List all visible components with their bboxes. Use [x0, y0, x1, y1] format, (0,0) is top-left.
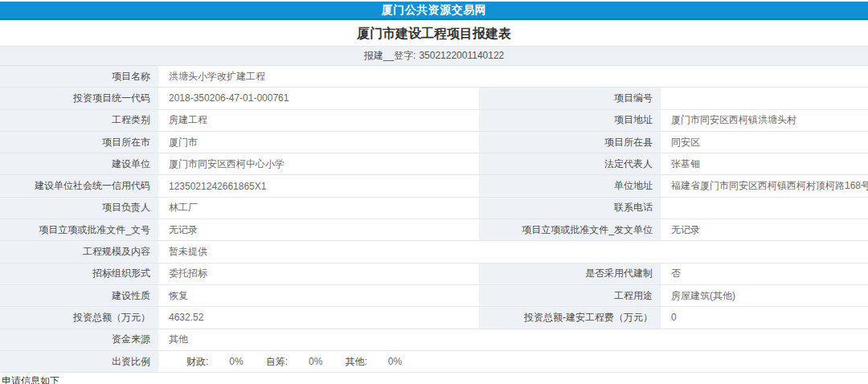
- field-value: 厦门市: [159, 132, 479, 153]
- funding-ratio-self-label: 自筹:: [266, 355, 288, 369]
- table-row-investment-code: 投资项目统一代码 2018-350206-47-01-000761 项目编号: [0, 88, 868, 109]
- funding-ratio-fiscal-value: 0%: [229, 356, 243, 367]
- field-label: 法定代表人: [479, 153, 661, 174]
- field-value: 厦门市同安区西柯中心小学: [159, 153, 479, 174]
- field-value: 张基钿: [661, 153, 868, 174]
- field-label: 工程类别: [0, 110, 159, 131]
- field-label: 工程规模及内容: [0, 241, 159, 262]
- table-row-approval-doc: 项目立项或批准文件_文号 无记录 项目立项或批准文件_发文单位 无记录: [0, 219, 868, 241]
- table-row-project-leader: 项目负责人 林工厂 联系电话: [0, 198, 868, 219]
- site-header-bar: 厦门公共资源交易网: [0, 2, 868, 20]
- table-row-project-city: 项目所在市 厦门市 项目所在县 同安区: [0, 132, 868, 153]
- field-value: [661, 198, 868, 219]
- field-value: 委托招标: [159, 263, 479, 284]
- field-label: 投资总额（万元）: [0, 307, 159, 328]
- field-value: 同安区: [661, 132, 868, 153]
- table-row-credit-code: 建设单位社会统一信用代码 1235021242661865X1 单位地址 福建省…: [0, 175, 868, 197]
- field-label: 招标组织形式: [0, 263, 159, 284]
- field-value: 房屋建筑(其他): [661, 285, 868, 306]
- field-value: 无记录: [661, 219, 868, 240]
- field-label: 单位地址: [479, 175, 661, 196]
- field-label: 是否采用代建制: [479, 263, 661, 284]
- field-label: 工程用途: [479, 285, 661, 306]
- field-value: 2018-350206-47-01-000761: [159, 88, 479, 108]
- field-label: 项目所在市: [0, 132, 159, 153]
- table-row-construction-unit: 建设单位 厦门市同安区西柯中心小学 法定代表人 张基钿: [0, 153, 868, 175]
- field-label: 联系电话: [479, 198, 661, 219]
- field-value: 其他: [159, 329, 868, 350]
- table-row-project-name: 项目名称 洪塘头小学改扩建工程: [0, 66, 868, 88]
- field-label: 项目立项或批准文件_文号: [0, 219, 159, 240]
- field-label: 建设性质: [0, 285, 159, 306]
- table-row-total-investment: 投资总额（万元） 4632.52 投资总额-建安工程费（万元） 0: [0, 307, 868, 329]
- registration-number: 3502122001140122: [419, 50, 504, 61]
- table-row-bidding-form: 招标组织形式 委托招标 是否采用代建制 否: [0, 263, 868, 285]
- field-label: 出资比例: [0, 351, 159, 372]
- field-value: 暂未提供: [159, 241, 868, 262]
- registration-label: 报建__登字:: [364, 50, 416, 61]
- field-value: 洪塘头小学改扩建工程: [159, 66, 868, 87]
- field-label: 投资项目统一代码: [0, 88, 159, 108]
- footer-note: 申请信息如下: [0, 374, 868, 384]
- field-value: 否: [661, 263, 868, 284]
- funding-ratio-other-value: 0%: [388, 356, 402, 367]
- field-value: [661, 88, 868, 108]
- site-title: 厦门公共资源交易网: [382, 3, 487, 16]
- table-row-project-category: 工程类别 房建工程 项目地址 厦门市同安区西柯镇洪塘头村: [0, 110, 868, 132]
- funding-ratio-values: 财政:0% 自筹:0% 其他:0%: [159, 351, 868, 372]
- field-label: 建设单位社会统一信用代码: [0, 175, 159, 196]
- funding-ratio-other-label: 其他:: [345, 355, 366, 369]
- field-value: 0: [661, 307, 868, 328]
- table-row-project-scale: 工程规模及内容 暂未提供: [0, 241, 868, 263]
- field-value: 恢复: [159, 285, 479, 306]
- field-value: 4632.52: [159, 307, 479, 328]
- table-row-funding-ratio: 出资比例 财政:0% 自筹:0% 其他:0%: [0, 351, 868, 373]
- field-value: 林工厂: [159, 198, 479, 219]
- field-label: 建设单位: [0, 153, 159, 174]
- project-info-table: 项目名称 洪塘头小学改扩建工程 投资项目统一代码 2018-350206-47-…: [0, 66, 868, 373]
- registration-number-row: 报建__登字:3502122001140122: [0, 47, 868, 66]
- table-row-funding-source: 资金来源 其他: [0, 329, 868, 351]
- field-label: 项目地址: [479, 110, 661, 131]
- field-value: 1235021242661865X1: [159, 175, 479, 196]
- field-value: 厦门市同安区西柯镇洪塘头村: [661, 110, 868, 131]
- field-label: 项目立项或批准文件_发文单位: [479, 219, 661, 240]
- field-label: 项目所在县: [479, 132, 661, 153]
- field-value: 房建工程: [159, 110, 479, 131]
- page-title: 厦门市建设工程项目报建表: [0, 20, 868, 47]
- field-label: 项目编号: [479, 88, 661, 108]
- field-label: 项目名称: [0, 66, 159, 87]
- funding-ratio-fiscal-label: 财政:: [186, 355, 208, 369]
- field-label: 投资总额-建安工程费（万元）: [479, 307, 661, 328]
- field-value: 福建省厦门市同安区西柯镇西柯村顶柯路168号: [661, 175, 868, 196]
- funding-ratio-self-value: 0%: [309, 356, 322, 367]
- field-value: 无记录: [159, 219, 479, 240]
- field-label: 资金来源: [0, 329, 159, 350]
- table-row-construction-nature: 建设性质 恢复 工程用途 房屋建筑(其他): [0, 285, 868, 307]
- page: 厦门公共资源交易网 厦门市建设工程项目报建表 报建__登字:3502122001…: [0, 0, 868, 384]
- field-label: 项目负责人: [0, 198, 159, 219]
